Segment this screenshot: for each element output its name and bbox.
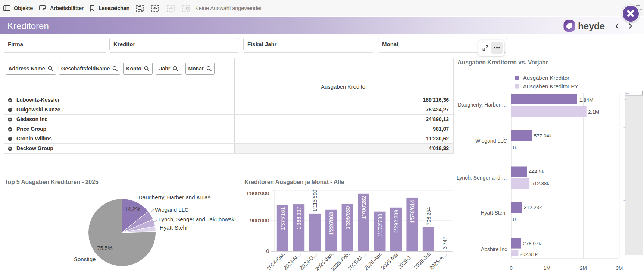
svg-text:0: 0 xyxy=(510,265,513,271)
svg-text:1'375'161: 1'375'161 xyxy=(280,207,286,230)
svg-text:708'254: 708'254 xyxy=(426,207,432,225)
svg-text:0: 0 xyxy=(266,248,269,254)
svg-text:1'578'614: 1'578'614 xyxy=(409,200,415,223)
svg-text:14.2%: 14.2% xyxy=(125,206,140,212)
svg-text:312.23k: 312.23k xyxy=(524,205,542,210)
svg-text:Hyatt-Stehr: Hyatt-Stehr xyxy=(160,224,188,231)
svg-text:Daugherty, Harber …: Daugherty, Harber … xyxy=(458,102,507,108)
svg-text:1'292'289: 1'292'289 xyxy=(393,210,399,233)
svg-text:75.5%: 75.5% xyxy=(97,245,112,251)
svg-text:Ausgaben Kreditor: Ausgaben Kreditor xyxy=(523,75,569,81)
svg-text:1'115'590: 1'115'590 xyxy=(312,190,318,212)
svg-text:2024-Okt.: 2024-Okt. xyxy=(266,251,286,272)
svg-text:2.1M: 2.1M xyxy=(588,109,599,115)
svg-text:0: 0 xyxy=(513,216,516,222)
svg-text:Abshire Inc: Abshire Inc xyxy=(481,246,507,252)
svg-text:2025-J…: 2025-J… xyxy=(397,251,416,270)
svg-text:1'700'282: 1'700'282 xyxy=(361,196,367,219)
svg-text:1'800'000: 1'800'000 xyxy=(246,190,269,196)
svg-text:1'172'730: 1'172'730 xyxy=(377,214,383,237)
svg-text:444.5k: 444.5k xyxy=(529,169,544,174)
svg-text:1'395'930: 1'395'930 xyxy=(345,206,351,229)
svg-text:278.07k: 278.07k xyxy=(523,241,541,246)
svg-text:202.91k: 202.91k xyxy=(520,252,538,257)
svg-text:1'388'337: 1'388'337 xyxy=(296,206,302,230)
svg-text:577.04k: 577.04k xyxy=(534,133,552,139)
svg-text:3M: 3M xyxy=(616,265,623,271)
svg-text:512.88k: 512.88k xyxy=(531,181,549,186)
svg-text:3'747: 3'747 xyxy=(442,237,448,249)
svg-text:2025-A…: 2025-A… xyxy=(428,251,448,271)
svg-text:1M: 1M xyxy=(544,265,551,271)
svg-text:2025-Mai: 2025-Mai xyxy=(380,251,400,271)
svg-text:Hyatt-Stehr: Hyatt-Stehr xyxy=(481,210,507,216)
svg-text:Ausgaben Kreditor PY: Ausgaben Kreditor PY xyxy=(523,83,578,89)
svg-text:Wiegand LLC: Wiegand LLC xyxy=(155,206,189,213)
svg-text:Lynch, Senger and Jakubowski: Lynch, Senger and Jakubowski xyxy=(159,216,236,222)
svg-text:2025-Apr.: 2025-Apr. xyxy=(363,251,383,271)
svg-text:Sonstige: Sonstige xyxy=(74,256,96,262)
svg-text:0: 0 xyxy=(513,145,516,151)
svg-text:Lynch, Senger and …: Lynch, Senger and … xyxy=(457,175,507,181)
svg-text:1'226'863: 1'226'863 xyxy=(328,212,334,235)
svg-text:1.84M: 1.84M xyxy=(579,97,594,103)
svg-text:Wiegand LLC: Wiegand LLC xyxy=(475,138,507,144)
svg-text:900'000: 900'000 xyxy=(250,218,269,224)
svg-text:Daugherty, Harber and Kulas: Daugherty, Harber and Kulas xyxy=(138,194,210,200)
svg-text:heyde: heyde xyxy=(578,21,605,31)
svg-text:2M: 2M xyxy=(580,265,587,271)
